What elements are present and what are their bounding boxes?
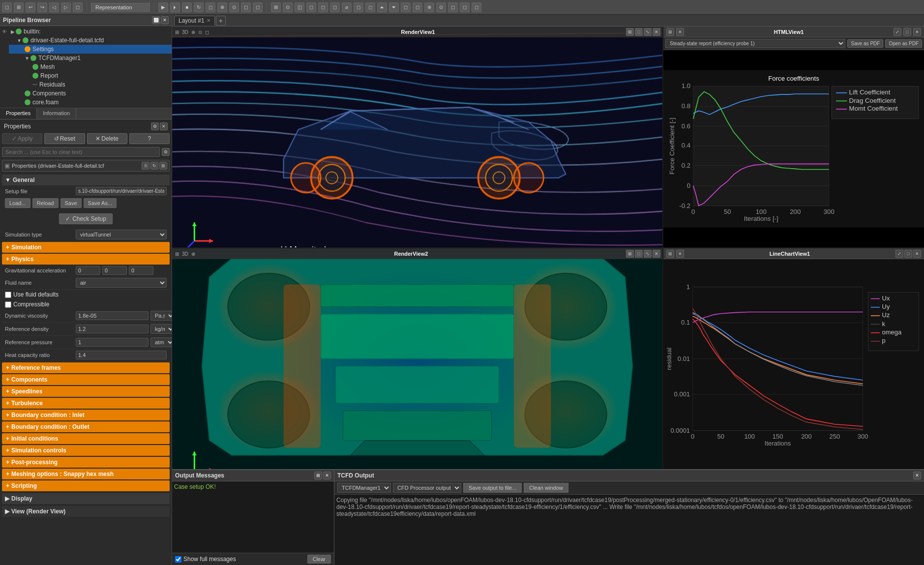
ref-pressure-unit[interactable]: atm: [150, 337, 172, 347]
toolbar-icon-11[interactable]: ◻: [241, 2, 251, 12]
lc-close-btn[interactable]: ✕: [913, 250, 921, 258]
save-output-button[interactable]: Save output to file...: [463, 483, 522, 493]
tree-item-components[interactable]: Components: [9, 89, 172, 98]
toolbar-icon-18[interactable]: ◻: [330, 2, 340, 12]
section-post-processing[interactable]: + Post-processing: [2, 457, 170, 468]
props-close-btn[interactable]: ✕: [160, 122, 168, 130]
toolbar-icon-13[interactable]: ⊞: [271, 2, 281, 12]
rv1-ctrl-3[interactable]: ⤡: [644, 28, 652, 36]
search-settings-btn[interactable]: ⚙: [162, 148, 170, 156]
tree-item-residuals[interactable]: 〰 Residuals: [9, 80, 172, 89]
tcfd-processor-select[interactable]: CFD Processor output: [393, 483, 461, 493]
fluid-name-select[interactable]: air: [76, 278, 167, 288]
tab-information[interactable]: Information: [37, 108, 76, 119]
open-pdf-button[interactable]: Open as PDF: [885, 39, 922, 48]
section-scripting[interactable]: + Scripting: [2, 480, 170, 491]
layout-tab-add[interactable]: +: [216, 16, 226, 26]
ref-density-unit[interactable]: kg/m^3: [150, 324, 172, 334]
section-meshing[interactable]: + Meshing options : Snappy hex mesh: [2, 469, 170, 479]
rv1-ctrl-4[interactable]: ✕: [653, 28, 660, 36]
lc-max-btn[interactable]: □: [904, 250, 912, 258]
tree-item-settings[interactable]: Settings: [9, 45, 172, 54]
toolbar-icon-24[interactable]: ◻: [401, 2, 411, 12]
toolbar-icon-16[interactable]: ◻: [306, 2, 316, 12]
rv2-btn-2[interactable]: 3D: [181, 251, 189, 257]
refresh-icon[interactable]: ↻: [194, 2, 204, 12]
rv2-ctrl-3[interactable]: ⤡: [644, 250, 652, 258]
lc-ctrl-1[interactable]: ⊞: [666, 250, 674, 258]
heat-capacity-input[interactable]: [76, 351, 167, 359]
grav-z-input[interactable]: [129, 266, 153, 275]
rv1-ctrl-1[interactable]: ⊞: [626, 28, 634, 36]
section-display[interactable]: ▶ Display: [2, 493, 170, 504]
props-refresh-btn[interactable]: ↻: [150, 162, 158, 170]
toolbar-icon-7[interactable]: ◻: [73, 2, 83, 12]
lc-float-btn[interactable]: ⤢: [895, 250, 903, 258]
tree-item-mesh[interactable]: Mesh: [9, 62, 172, 71]
toolbar-icon-14[interactable]: ⊙: [283, 2, 293, 12]
toolbar-icon-1[interactable]: ◻: [2, 2, 12, 12]
toolbar-icon-28[interactable]: ◻: [448, 2, 458, 12]
rv1-ctrl-2[interactable]: □: [635, 28, 643, 36]
compressible-checkbox[interactable]: [5, 301, 11, 308]
rv1-btn-2[interactable]: 3D: [181, 29, 189, 35]
toolbar-icon-21[interactable]: ◻: [365, 2, 375, 12]
toolbar-icon-26[interactable]: ⊕: [424, 2, 434, 12]
rv1-btn-3[interactable]: ⊕: [190, 29, 196, 35]
output-close-btn[interactable]: ✕: [323, 472, 331, 479]
rv1-btn-4[interactable]: ⊙: [197, 29, 203, 35]
layout-tab-close[interactable]: ✕: [207, 18, 210, 23]
toolbar-icon-9[interactable]: ⊕: [217, 2, 227, 12]
section-sim-controls[interactable]: + Simulation controls: [2, 445, 170, 456]
tree-item-report[interactable]: Report: [9, 71, 172, 80]
rv1-btn-1[interactable]: ⊞: [174, 29, 180, 35]
section-turbulence[interactable]: + Turbulence: [2, 398, 170, 409]
section-physics[interactable]: + Physics: [2, 254, 170, 265]
html-view-select[interactable]: Steady-state report (efficiency probe 1): [665, 39, 845, 48]
apply-button[interactable]: ✓ Apply: [2, 133, 42, 144]
search-input[interactable]: [2, 147, 160, 157]
toolbar-icon-2[interactable]: ⊞: [14, 2, 24, 12]
tree-item-builtin[interactable]: ▶ builtin:: [9, 27, 172, 36]
toolbar-icon-20[interactable]: ◻: [354, 2, 363, 12]
pipeline-close-btn[interactable]: ✕: [161, 16, 169, 24]
stop-icon[interactable]: ■: [182, 2, 192, 12]
toolbar-icon-23[interactable]: ⏷: [389, 2, 399, 12]
use-fluid-defaults-checkbox[interactable]: [5, 292, 11, 298]
tcfd-manager-select[interactable]: TCFDManager1: [337, 483, 391, 493]
rv1-btn-5[interactable]: ◻: [204, 29, 210, 35]
clean-window-button[interactable]: Clean window: [524, 483, 568, 493]
toolbar-icon-5[interactable]: ◁: [49, 2, 59, 12]
toolbar-icon-8[interactable]: ◻: [206, 2, 215, 12]
pipeline-resize-btn[interactable]: ⬜: [152, 16, 160, 24]
rv2-ctrl-1[interactable]: ⊞: [626, 250, 634, 258]
html-view-close-btn[interactable]: ✕: [913, 28, 921, 36]
rv2-ctrl-2[interactable]: □: [635, 250, 643, 258]
dyn-visc-input[interactable]: [76, 311, 149, 320]
ref-density-input[interactable]: [76, 325, 149, 333]
play-icon[interactable]: ▶: [158, 2, 168, 12]
toolbar-icon-25[interactable]: ◻: [413, 2, 422, 12]
section-bc-inlet[interactable]: + Boundary condition : Inlet: [2, 410, 170, 420]
tree-item-drivaer[interactable]: ▼ drivaer-Estate-full-detail.tcfd: [9, 36, 172, 45]
section-reference-frames[interactable]: + Reference frames: [2, 362, 170, 373]
toolbar-icon-10[interactable]: ⊙: [229, 2, 239, 12]
save-pdf-button[interactable]: Save as PDF: [847, 39, 883, 48]
save-as-button[interactable]: Save As...: [84, 198, 117, 208]
section-initial-conditions[interactable]: + Initial conditions: [2, 433, 170, 444]
reset-button[interactable]: ↺ Reset: [44, 133, 85, 144]
html-view-float-btn[interactable]: ⤢: [894, 28, 901, 36]
toolbar-icon-4[interactable]: ↪: [37, 2, 47, 12]
help-button[interactable]: ?: [129, 133, 170, 144]
props-copy-btn[interactable]: ⎘: [142, 162, 149, 170]
toolbar-icon-17[interactable]: ◻: [318, 2, 328, 12]
show-full-messages-checkbox[interactable]: [175, 556, 181, 563]
toolbar-icon-22[interactable]: ⏶: [377, 2, 387, 12]
load-button[interactable]: Load...: [5, 198, 30, 208]
toolbar-icon-29[interactable]: ◻: [460, 2, 470, 12]
clear-button[interactable]: Clear: [307, 555, 331, 564]
toolbar-icon-19[interactable]: ⌀: [342, 2, 352, 12]
layout-tab-1[interactable]: Layout #1 ✕: [174, 16, 215, 26]
section-bc-outlet[interactable]: + Boundary condition : Outlet: [2, 421, 170, 432]
tab-properties[interactable]: Properties: [0, 108, 37, 119]
